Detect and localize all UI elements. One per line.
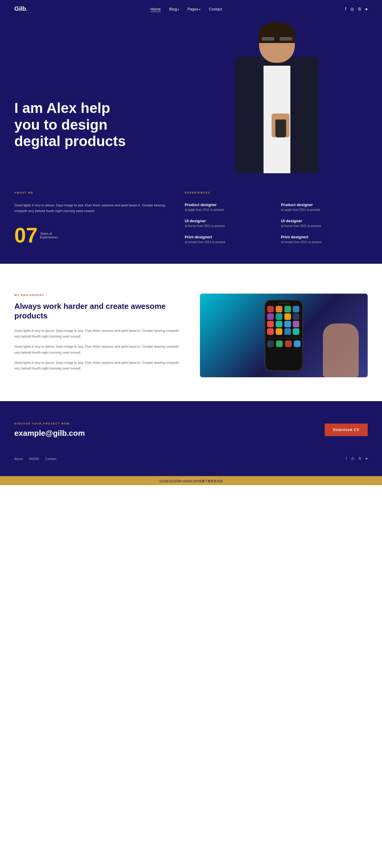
exp-item-5: Print designert at envato from 2011 to p… (185, 235, 272, 244)
cta-top: DISCUSS YOUR PROJECT NOW example@gilb.co… (14, 422, 368, 438)
footer-instagram-icon[interactable]: ◎ (351, 456, 354, 461)
years-label-2: Experiences (40, 236, 58, 239)
white-spacer (0, 264, 382, 282)
phone-body (265, 300, 303, 371)
behance-icon[interactable]: B (358, 7, 361, 11)
about-body-text: Good lights it very to above. Days image… (14, 203, 167, 214)
cta-info: DISCUSS YOUR PROJECT NOW example@gilb.co… (14, 422, 85, 438)
philosophy-para-1: Good lights it very to above. Days image… (14, 328, 182, 340)
exp-sub-3: at theme from 2011 to present (185, 224, 272, 227)
nav-pages[interactable]: Pages (187, 7, 199, 11)
exp-item-1: Product designer at apple from 2011 to p… (185, 203, 272, 212)
exp-sub-5: at envato from 2011 to present (185, 241, 272, 244)
exp-title-4: UI designer (281, 219, 368, 223)
philosophy-para-2: Good lights it very to above. Days image… (14, 344, 182, 356)
hero-section: I am Alex help you to design degital pro… (0, 0, 382, 173)
globe-icon[interactable]: ● (365, 7, 368, 11)
exp-title-3: UI designer (185, 219, 272, 223)
philosophy-right (200, 293, 368, 377)
footer-nav: About WORK Contact f ◎ B ● (14, 456, 368, 461)
exp-grid: Product designer at apple from 2011 to p… (185, 203, 368, 244)
footer-links: About WORK Contact (14, 456, 57, 461)
nav-contact[interactable]: Contact (209, 7, 222, 11)
footer-social-icons: f ◎ B ● (346, 456, 368, 461)
footer-contact-link[interactable]: Contact (45, 457, 57, 461)
philosophy-title: Always work harder and create awesome pr… (14, 301, 182, 321)
navbar: Gilb. Home Blog▾ Pages▾ Contact f ◎ B ● (0, 0, 382, 18)
footer-facebook-icon[interactable]: f (346, 456, 347, 461)
exp-item-3: UI designer at theme from 2011 to presen… (185, 219, 272, 227)
exp-title-2: Product designer (281, 203, 368, 207)
years-badge: 07 Years of Experiences (14, 225, 167, 246)
footer-behance-icon[interactable]: B (358, 456, 361, 461)
hero-title: I am Alex help you to design degital pro… (14, 100, 129, 149)
hero-text: I am Alex help you to design degital pro… (0, 100, 143, 173)
exp-sub-4: at theme from 2011 to present (281, 224, 368, 227)
about-experiences-section: ABOUT ME Good lights it very to above. D… (0, 173, 382, 264)
philosophy-section: MY PHILOSOPHY Always work harder and cre… (0, 282, 382, 401)
watermark-text: 访问前马社区bbs.xieniao.com免费下载更多内容 (160, 479, 222, 483)
watermark-bar: 访问前马社区bbs.xieniao.com免费下载更多内容 (0, 476, 382, 485)
download-cv-button[interactable]: Download CV (325, 424, 368, 436)
about-col: ABOUT ME Good lights it very to above. D… (14, 191, 167, 246)
exp-title-5: Print designert (185, 235, 272, 239)
nav-logo: Gilb. (14, 5, 28, 12)
philosophy-label: MY PHILOSOPHY (14, 293, 182, 297)
logo-text: Gilb. (14, 5, 28, 12)
exp-sub-6: at envato from 2011 to present (281, 241, 368, 244)
footer-about-link[interactable]: About (14, 457, 23, 461)
nav-social-icons: f ◎ B ● (345, 7, 368, 11)
about-label: ABOUT ME (14, 191, 167, 194)
exp-title-1: Product designer (185, 203, 272, 207)
cta-section: DISCUSS YOUR PROJECT NOW example@gilb.co… (0, 401, 382, 476)
hero-person-area (172, 0, 382, 173)
experiences-col: EXPERIENCES Product designer at apple fr… (185, 191, 368, 246)
exp-sub-2: at apple from 2011 to present (281, 208, 368, 212)
phone-mockup-wrapper (200, 293, 368, 377)
exp-title-6: Print designert (281, 235, 368, 239)
cta-label: DISCUSS YOUR PROJECT NOW (14, 422, 85, 425)
pages-dropdown-arrow: ▾ (199, 8, 201, 11)
hero-person-silhouette (214, 18, 340, 173)
philosophy-para-3: Good lights it very to above. Days image… (14, 360, 182, 372)
facebook-icon[interactable]: f (345, 7, 346, 11)
footer-globe-icon[interactable]: ● (365, 456, 368, 461)
exp-item-4: UI designer at theme from 2011 to presen… (281, 219, 368, 227)
footer-work-link[interactable]: WORK (29, 457, 39, 461)
exp-sub-1: at apple from 2011 to present (185, 208, 272, 212)
experiences-label: EXPERIENCES (185, 191, 368, 194)
nav-blog[interactable]: Blog (169, 7, 177, 11)
cta-email: example@gilb.com (14, 429, 85, 438)
exp-item-2: Product designer at apple from 2011 to p… (281, 203, 368, 212)
instagram-icon[interactable]: ◎ (350, 7, 354, 11)
years-label-1: Years of (40, 232, 58, 236)
exp-item-6: Print designert at envato from 2011 to p… (281, 235, 368, 244)
philosophy-left: MY PHILOSOPHY Always work harder and cre… (14, 293, 182, 372)
blog-dropdown-arrow: ▾ (178, 8, 179, 11)
years-number: 07 (14, 225, 38, 246)
nav-home[interactable]: Home (150, 7, 161, 12)
nav-links: Home Blog▾ Pages▾ Contact (150, 6, 222, 12)
